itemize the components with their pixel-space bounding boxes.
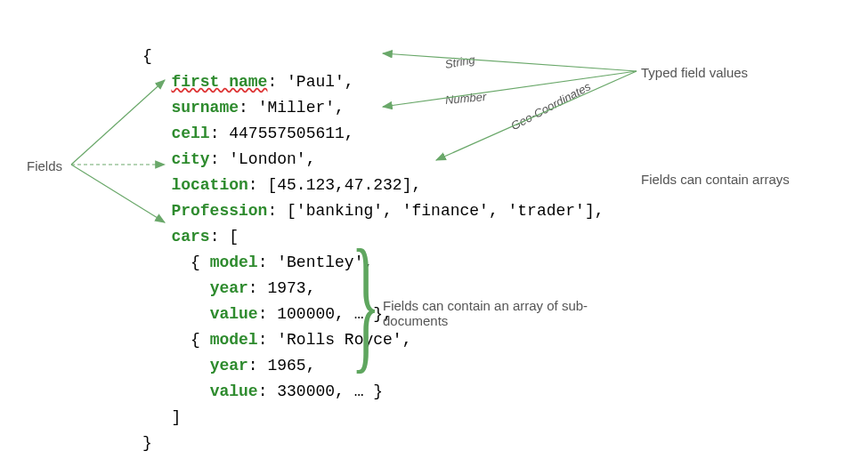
key-car2-year: year [210, 357, 248, 374]
label-fields: Fields [27, 158, 62, 173]
label-subdocs: Fields can contain an array of sub-docum… [383, 298, 596, 328]
val-first-name: 'Paul' [287, 73, 345, 91]
val-profession: ['banking', 'finance', 'trader'] [287, 202, 595, 220]
val-car1-model: 'Bentley' [277, 254, 363, 271]
key-surname: surname [171, 99, 239, 117]
val-cell: 447557505611 [229, 125, 345, 142]
val-location: [45.123,47.232] [267, 176, 411, 194]
val-surname: 'Miller' [258, 99, 335, 117]
key-cell: cell [171, 125, 209, 142]
key-location: location [171, 176, 247, 194]
brace-open: { [142, 47, 152, 65]
val-car1-value: 100000 [277, 305, 335, 323]
key-car1-value: value [210, 305, 258, 323]
val-car2-year: 1965 [267, 357, 305, 374]
key-car1-model: model [210, 254, 258, 271]
val-city: 'London' [229, 150, 305, 168]
val-car2-model: 'Rolls Royce' [277, 331, 402, 349]
json-document: { first name: 'Paul', surname: 'Miller',… [142, 18, 604, 456]
key-profession: Profession [171, 202, 267, 220]
key-car2-model: model [210, 331, 258, 349]
brace-close: } [142, 434, 152, 452]
label-typed-values: Typed field values [641, 65, 748, 80]
label-arrays: Fields can contain arrays [641, 172, 810, 187]
key-cars: cars [171, 228, 209, 246]
key-car1-year: year [210, 279, 248, 297]
key-city: city [171, 150, 209, 168]
key-car2-value: value [210, 382, 258, 400]
val-car2-value: 330000 [277, 382, 335, 400]
val-car1-year: 1973 [267, 279, 305, 297]
key-first-name: first name [171, 73, 267, 91]
